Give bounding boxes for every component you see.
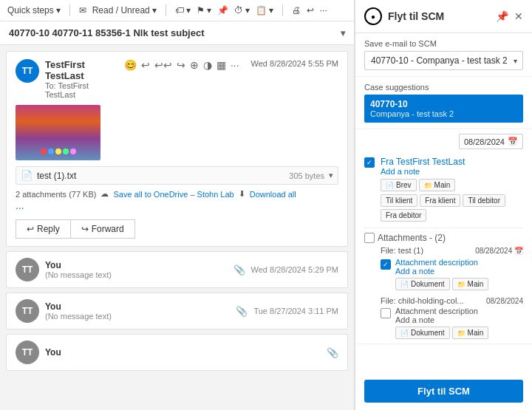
file2-name: File: child-holding-col... bbox=[381, 296, 464, 305]
date-input[interactable]: 08/28/2024 📅 bbox=[459, 134, 523, 149]
file1-type-row: 📄 Dokument 📁 Main bbox=[395, 278, 488, 290]
dokument-tag-1[interactable]: 📄 Dokument bbox=[395, 278, 450, 290]
print-icon[interactable]: 🖨 bbox=[292, 5, 301, 16]
file1-name: File: test (1) bbox=[381, 246, 423, 255]
download-all-link[interactable]: Download all bbox=[250, 190, 296, 199]
close-panel-icon[interactable]: ✕ bbox=[514, 10, 523, 22]
pin-panel-icon[interactable]: 📌 bbox=[496, 10, 508, 22]
attachments-header: Attachments - (2) bbox=[364, 233, 523, 243]
folder-icon-2: 📁 bbox=[457, 329, 466, 337]
case-suggestions-label: Case suggestions bbox=[364, 83, 523, 92]
save-onedrive-link[interactable]: Save all to OneDrive – Stohn Lab bbox=[113, 190, 233, 199]
envelope-icon[interactable]: ✉ bbox=[79, 5, 86, 16]
attach-icon-small-2: 📎 bbox=[236, 306, 248, 317]
attachments-section: Attachments - (2) File: test (1) 08/28/2… bbox=[355, 228, 532, 344]
main-label-1: Main bbox=[468, 280, 484, 288]
tag-icon[interactable]: 🏷 ▾ bbox=[175, 5, 191, 16]
sender-small-2: You bbox=[45, 301, 230, 312]
right-panel: ● Flyt til SCM 📌 ✕ Save e-mail to SCM 40… bbox=[355, 0, 532, 410]
main-tag-1[interactable]: 📁 Main bbox=[452, 278, 489, 290]
file1-check-section: ✓ Attachment description Add a note 📄 Do… bbox=[364, 258, 523, 290]
emoji-icon[interactable]: 😊 bbox=[124, 59, 137, 71]
date-row: 08/28/2024 📅 bbox=[355, 129, 532, 154]
email-meta-small-3: You bbox=[45, 347, 321, 358]
til-klient-tag[interactable]: Til klient bbox=[381, 194, 417, 207]
tag-row-1: 📄 Brev 📁 Main bbox=[381, 179, 523, 191]
body-small-2: (No message text) bbox=[45, 312, 230, 321]
avatar-small-3: TT bbox=[16, 341, 39, 364]
til-debitor-tag[interactable]: Til debitor bbox=[463, 194, 505, 207]
toolbar: Quick steps ▾ ✉ Read / Unread ▾ 🏷 ▾ ⚑ ▾ … bbox=[0, 0, 354, 21]
attachments-checkbox[interactable] bbox=[364, 233, 375, 243]
forward-button[interactable]: ↪ Forward bbox=[70, 219, 135, 239]
translate-icon[interactable]: ⊕ bbox=[190, 59, 199, 71]
main-label: Main bbox=[434, 181, 451, 189]
brev-tag[interactable]: 📄 Brev bbox=[381, 179, 417, 191]
attach-icon-small-3: 📎 bbox=[327, 347, 338, 358]
main-tag-2[interactable]: 📁 Main bbox=[452, 327, 489, 339]
fra-check-row: ✓ Fra TestFirst TestLast Add a note 📄 Br… bbox=[364, 157, 523, 222]
flag-icon[interactable]: ⚑ ▾ bbox=[197, 5, 211, 16]
read-unread[interactable]: Read / Unread ▾ bbox=[92, 5, 157, 16]
fra-klient-tag[interactable]: Fra klient bbox=[420, 194, 460, 207]
tag-row-2: Til klient Fra klient Til debitor Fra de… bbox=[381, 194, 523, 222]
attachment-chevron-icon[interactable]: ▾ bbox=[329, 171, 333, 180]
forward-icon-small[interactable]: ↪ bbox=[177, 59, 185, 71]
fra-content: Fra TestFirst TestLast Add a note 📄 Brev… bbox=[381, 157, 523, 222]
email-card-small-1[interactable]: TT You (No message text) 📎 Wed 8/28/2024… bbox=[6, 251, 348, 288]
undo-icon[interactable]: ↩ bbox=[307, 5, 314, 16]
file1-date[interactable]: 08/28/2024 📅 bbox=[475, 247, 523, 255]
thread-chevron-icon[interactable]: ▾ bbox=[341, 28, 345, 38]
file2-note[interactable]: Add a note bbox=[395, 315, 488, 324]
main-tag[interactable]: 📁 Main bbox=[419, 179, 456, 191]
fra-klient-label: Fra klient bbox=[425, 197, 455, 205]
dokument-tag-2[interactable]: 📄 Dokument bbox=[395, 327, 450, 339]
file1-checkbox[interactable]: ✓ bbox=[381, 259, 391, 270]
sender-small-3: You bbox=[45, 347, 321, 358]
fra-debitor-tag[interactable]: Fra debitor bbox=[381, 209, 426, 222]
file1-note[interactable]: Add a note bbox=[395, 267, 488, 276]
file2-details: Attachment description Add a note 📄 Doku… bbox=[395, 307, 488, 339]
file2-desc[interactable]: Attachment description bbox=[395, 307, 488, 315]
ellipsis-icon[interactable]: ··· bbox=[231, 59, 239, 71]
move-icon[interactable]: 📋 ▾ bbox=[256, 5, 273, 16]
pin-icon[interactable]: 📌 bbox=[217, 5, 228, 16]
email-image bbox=[16, 105, 100, 160]
case-suggestion-item[interactable]: 40770-10 Companya - test task 2 bbox=[364, 95, 523, 123]
attachment-name[interactable]: test (1).txt bbox=[37, 171, 284, 181]
doc-icon-1: 📄 bbox=[400, 281, 409, 288]
case-dropdown[interactable]: 40770-10 - Companya - test task 2 bbox=[364, 51, 523, 70]
calendar-icon[interactable]: 📅 bbox=[508, 137, 518, 146]
reply-all-icon[interactable]: ↩↩ bbox=[154, 59, 172, 71]
file2-checkbox[interactable] bbox=[381, 308, 391, 318]
fra-debitor-label: Fra debitor bbox=[386, 211, 421, 219]
reply-forward-row: ↩ Reply ↪ Forward bbox=[16, 219, 338, 239]
fra-label: Fra TestFirst TestLast bbox=[381, 157, 523, 167]
thread-header: 40770-10 40770-11 85356-1 Nlk test subje… bbox=[0, 21, 354, 45]
email-left-panel: Quick steps ▾ ✉ Read / Unread ▾ 🏷 ▾ ⚑ ▾ … bbox=[0, 0, 355, 410]
email-card-small-2[interactable]: TT You (No message text) 📎 Tue 8/27/2024… bbox=[6, 293, 348, 329]
email-image-inner bbox=[16, 105, 100, 160]
date-small-1: Wed 8/28/2024 5:29 PM bbox=[251, 265, 338, 274]
calendar-icon-1[interactable]: 📅 bbox=[514, 247, 523, 255]
quick-steps[interactable]: Quick steps ▾ bbox=[7, 5, 61, 16]
reply-button[interactable]: ↩ Reply bbox=[16, 219, 70, 239]
more-dots[interactable]: ··· bbox=[16, 202, 338, 213]
file1-desc[interactable]: Attachment description bbox=[395, 258, 488, 267]
more-icon[interactable]: ··· bbox=[320, 5, 327, 16]
attachment-row: 📄 test (1).txt 305 bytes ▾ bbox=[16, 166, 338, 185]
main-email-card: TT TestFirst TestLast To: TestFirst Test… bbox=[6, 51, 348, 247]
grid-icon[interactable]: ▦ bbox=[216, 59, 226, 71]
attachments-label: Attachments - (2) bbox=[378, 233, 523, 243]
contrast-icon[interactable]: ◑ bbox=[203, 59, 212, 71]
file2-check-section: Attachment description Add a note 📄 Doku… bbox=[364, 307, 523, 339]
fra-checkbox[interactable]: ✓ bbox=[364, 157, 375, 168]
case-name: Companya - test task 2 bbox=[370, 109, 517, 118]
case-id: 40770-10 bbox=[370, 99, 517, 109]
file2-type-row: 📄 Dokument 📁 Main bbox=[395, 327, 488, 339]
reply-icon[interactable]: ↩ bbox=[141, 59, 150, 71]
flyt-button[interactable]: Flyt til SCM bbox=[364, 380, 523, 403]
timer-icon[interactable]: ⏱ ▾ bbox=[234, 5, 250, 16]
email-card-small-3[interactable]: TT You 📎 bbox=[6, 334, 348, 371]
add-note-1[interactable]: Add a note bbox=[381, 167, 523, 176]
